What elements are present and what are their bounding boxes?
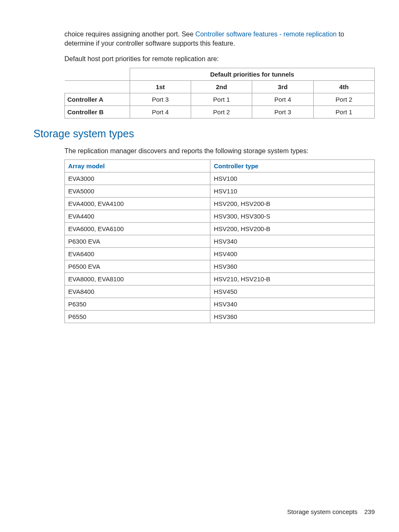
cell-controller: HSV360	[210, 311, 375, 323]
intro-paragraph-2: Default host port priorities for remote …	[64, 54, 375, 64]
cell: Port 1	[191, 93, 252, 105]
cell: Port 1	[313, 105, 374, 118]
row-label: Controller B	[65, 105, 130, 118]
cell-model: EVA8000, EVA8100	[65, 273, 210, 285]
section-intro: The replication manager discovers and re…	[64, 146, 375, 156]
cell-controller: HSV210, HSV210-B	[210, 273, 375, 285]
cell-model: EVA8400	[65, 285, 210, 298]
cell-model: P6500 EVA	[65, 260, 210, 273]
priorities-col-2: 2nd	[191, 80, 252, 93]
footer-page-number: 239	[364, 508, 375, 515]
cell-controller: HSV100	[210, 172, 375, 185]
table-row: P6350HSV340	[65, 298, 375, 311]
cell-model: EVA5000	[65, 185, 210, 198]
cell: Port 3	[130, 93, 191, 105]
intro-paragraph-1: choice requires assigning another port. …	[64, 30, 375, 48]
remote-replication-link[interactable]: Controller software features - remote re…	[195, 31, 337, 38]
priorities-col-1: 1st	[130, 80, 191, 93]
table-row: EVA3000HSV100	[65, 172, 375, 185]
intro-text-before-link: choice requires assigning another port. …	[64, 31, 195, 38]
cell-model: EVA4000, EVA4100	[65, 198, 210, 210]
table-row: EVA4000, EVA4100HSV200, HSV200-B	[65, 198, 375, 210]
table-row: EVA8000, EVA8100HSV210, HSV210-B	[65, 273, 375, 285]
table-row: EVA4400HSV300, HSV300-S	[65, 210, 375, 223]
cell-controller: HSV110	[210, 185, 375, 198]
table-row: EVA8400HSV450	[65, 285, 375, 298]
cell-controller: HSV200, HSV200-B	[210, 223, 375, 235]
priorities-header-empty	[65, 68, 130, 80]
table-row: EVA6000, EVA6100HSV200, HSV200-B	[65, 223, 375, 235]
storage-table: Array model Controller type EVA3000HSV10…	[64, 159, 375, 323]
storage-col-controller: Controller type	[210, 160, 375, 172]
cell-controller: HSV200, HSV200-B	[210, 198, 375, 210]
cell: Port 4	[252, 93, 313, 105]
cell: Port 2	[313, 93, 374, 105]
table-row: P6300 EVAHSV340	[65, 235, 375, 248]
page-footer: Storage system concepts 239	[287, 508, 375, 515]
cell-model: P6350	[65, 298, 210, 311]
table-row: P6550HSV360	[65, 311, 375, 323]
priorities-header-empty2	[65, 80, 130, 93]
cell-model: EVA4400	[65, 210, 210, 223]
cell: Port 2	[191, 105, 252, 118]
cell-controller: HSV360	[210, 260, 375, 273]
cell: Port 4	[130, 105, 191, 118]
priorities-col-4: 4th	[313, 80, 374, 93]
priorities-table: Default priorities for tunnels 1st 2nd 3…	[64, 68, 375, 118]
cell-controller: HSV340	[210, 298, 375, 311]
cell: Port 3	[252, 105, 313, 118]
row-label: Controller A	[65, 93, 130, 105]
priorities-col-3: 3rd	[252, 80, 313, 93]
cell-model: EVA3000	[65, 172, 210, 185]
table-row: EVA6400HSV400	[65, 248, 375, 260]
cell-model: EVA6000, EVA6100	[65, 223, 210, 235]
storage-col-model: Array model	[65, 160, 210, 172]
cell-controller: HSV340	[210, 235, 375, 248]
section-heading-storage-system-types: Storage system types	[33, 128, 375, 140]
priorities-group-header: Default priorities for tunnels	[130, 68, 374, 80]
cell-model: P6550	[65, 311, 210, 323]
footer-text: Storage system concepts	[287, 508, 357, 515]
table-row: Controller B Port 4 Port 2 Port 3 Port 1	[65, 105, 375, 118]
table-row: Controller A Port 3 Port 1 Port 4 Port 2	[65, 93, 375, 105]
cell-controller: HSV300, HSV300-S	[210, 210, 375, 223]
cell-model: P6300 EVA	[65, 235, 210, 248]
table-row: P6500 EVAHSV360	[65, 260, 375, 273]
cell-model: EVA6400	[65, 248, 210, 260]
cell-controller: HSV450	[210, 285, 375, 298]
cell-controller: HSV400	[210, 248, 375, 260]
table-row: EVA5000HSV110	[65, 185, 375, 198]
